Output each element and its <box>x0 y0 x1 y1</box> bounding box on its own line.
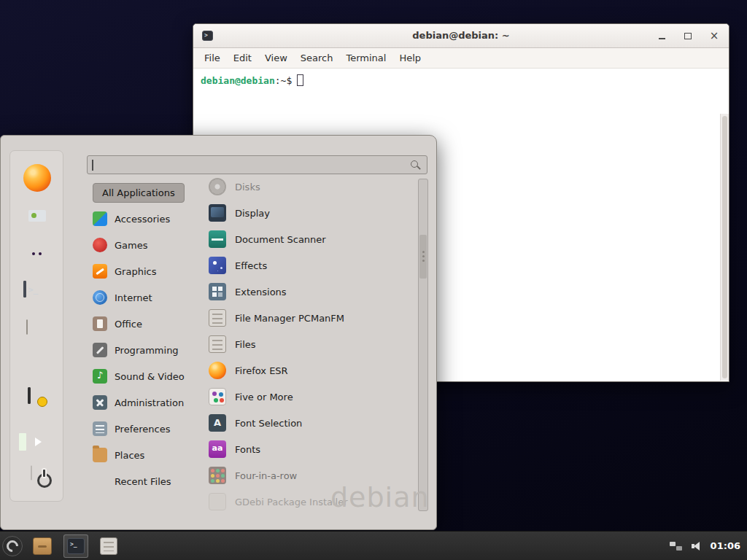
disks-icon <box>209 178 226 195</box>
app-document-scanner[interactable]: Document Scanner <box>209 226 417 252</box>
file-cabinet-icon[interactable] <box>26 319 28 335</box>
category-accessories[interactable]: Accessories <box>90 206 201 232</box>
app-display[interactable]: Display <box>209 200 417 226</box>
administration-icon <box>93 395 107 410</box>
shut-down-icon[interactable] <box>31 465 32 481</box>
office-icon <box>93 316 107 331</box>
clock[interactable]: 01:06 <box>711 540 740 551</box>
files-icon <box>209 335 226 353</box>
firefox-icon[interactable] <box>23 164 51 192</box>
document-scanner-icon <box>209 230 226 248</box>
menu-file[interactable]: File <box>198 49 227 67</box>
effects-icon <box>209 257 226 274</box>
app-list-scrollbar-thumb[interactable] <box>419 235 427 279</box>
internet-icon <box>93 290 107 305</box>
prompt-user-host: debian@debian <box>201 75 275 86</box>
app-pcmanfm[interactable]: File Manager PCManFM <box>209 305 417 331</box>
terminal-menubar: File Edit View Search Terminal Help <box>193 48 729 69</box>
taskbar-file-manager-icon[interactable] <box>33 537 52 555</box>
category-programming[interactable]: Programming <box>90 337 201 363</box>
accessories-icon <box>93 211 107 226</box>
taskbar-files-icon[interactable] <box>100 537 117 555</box>
favorites-panel <box>9 150 63 502</box>
terminal-scrollbar-thumb[interactable] <box>722 116 727 378</box>
category-internet[interactable]: Internet <box>90 284 201 311</box>
menu-help[interactable]: Help <box>392 49 427 67</box>
app-files[interactable]: Files <box>209 331 417 357</box>
desktop[interactable]: { "colors": { "desktop_bg": "#0a0a1e", "… <box>0 0 747 560</box>
network-icon[interactable] <box>670 540 683 552</box>
terminal-icon <box>67 538 85 554</box>
maximize-button[interactable] <box>682 31 694 42</box>
category-recent-files[interactable]: Recent Files <box>90 468 201 494</box>
category-administration[interactable]: Administration <box>90 389 201 416</box>
category-preferences[interactable]: Preferences <box>90 416 201 442</box>
five-or-more-icon <box>209 388 226 405</box>
text-caret <box>92 160 93 171</box>
taskbar-terminal-button[interactable] <box>63 534 88 558</box>
menu-terminal[interactable]: Terminal <box>339 49 392 67</box>
spacer <box>93 474 107 489</box>
terminal-icon[interactable] <box>23 281 26 298</box>
search-input[interactable] <box>88 156 427 174</box>
system-tray: 01:06 <box>670 540 747 552</box>
terminal-scrollbar[interactable] <box>720 114 729 381</box>
menu-search[interactable]: Search <box>294 49 340 67</box>
volume-icon[interactable] <box>691 540 703 552</box>
app-font-selection[interactable]: Font Selection <box>209 410 417 436</box>
firefox-icon <box>209 362 226 379</box>
sound-video-icon <box>93 369 107 384</box>
places-icon <box>93 448 107 462</box>
fonts-icon <box>209 440 226 458</box>
category-games[interactable]: Games <box>90 232 201 258</box>
close-button[interactable] <box>708 31 720 42</box>
minimize-button[interactable] <box>656 31 667 42</box>
gdebi-icon <box>209 493 226 510</box>
category-places[interactable]: Places <box>90 442 201 468</box>
app-effects[interactable]: Effects <box>209 252 417 279</box>
menu-button[interactable] <box>2 536 23 556</box>
category-graphics[interactable]: Graphics <box>90 258 201 284</box>
category-sound-video[interactable]: Sound & Video <box>90 363 201 389</box>
debian-watermark: debian <box>330 481 430 513</box>
search-icon <box>410 160 422 171</box>
terminal-titlebar[interactable]: debian@debian: ~ <box>193 24 729 48</box>
app-firefox-esr[interactable]: Firefox ESR <box>209 357 417 384</box>
application-menu: All Applications Accessories Games Graph… <box>0 135 437 530</box>
terminal-cursor <box>297 74 303 86</box>
menu-view[interactable]: View <box>258 49 294 67</box>
app-list-scrollbar[interactable] <box>418 179 428 511</box>
graphics-icon <box>93 264 107 279</box>
games-icon <box>93 238 107 252</box>
preferences-icon <box>93 421 107 436</box>
extensions-icon <box>209 283 226 300</box>
category-office[interactable]: Office <box>90 311 201 337</box>
menu-edit[interactable]: Edit <box>227 49 258 67</box>
programming-icon <box>93 343 107 357</box>
prompt-path: :~$ <box>275 75 292 86</box>
app-five-or-more[interactable]: Five or More <box>209 384 417 410</box>
lock-screen-icon[interactable] <box>28 387 31 404</box>
search-box <box>87 155 427 174</box>
four-in-a-row-icon <box>209 467 226 484</box>
app-disks[interactable]: Disks <box>209 174 417 200</box>
window-controls <box>656 24 720 48</box>
pcmanfm-icon <box>209 309 226 327</box>
category-list: All Applications Accessories Games Graph… <box>90 179 201 494</box>
taskbar: 01:06 <box>0 531 747 560</box>
terminal-title: debian@debian: ~ <box>193 30 729 41</box>
font-selection-icon <box>209 414 226 432</box>
app-fonts[interactable]: Fonts <box>209 436 417 462</box>
category-all-applications[interactable]: All Applications <box>90 179 201 206</box>
app-list: Disks Display Document Scanner Effects E… <box>209 174 417 515</box>
display-icon <box>209 204 226 222</box>
app-extensions[interactable]: Extensions <box>209 279 417 305</box>
